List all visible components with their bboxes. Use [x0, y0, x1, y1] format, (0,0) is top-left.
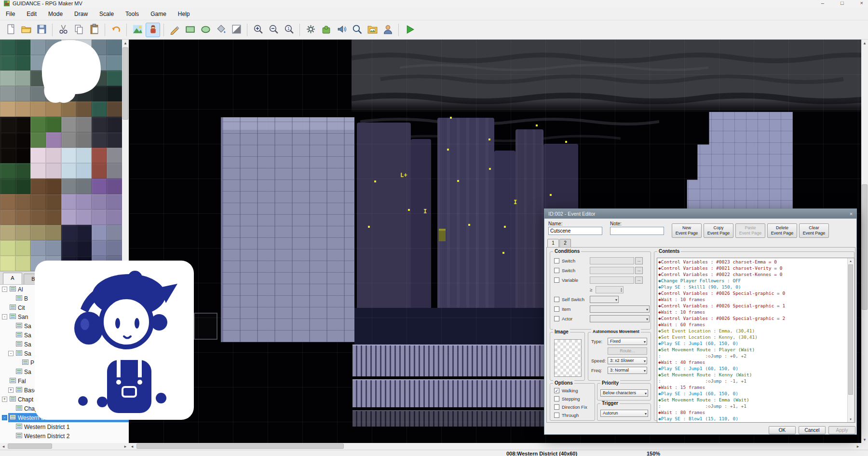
cut-button[interactable]	[56, 23, 70, 37]
event-page-tab-1[interactable]: 1	[547, 239, 559, 248]
palette-tile[interactable]	[61, 194, 77, 209]
variable-checkbox[interactable]	[554, 277, 559, 283]
tree-item-content[interactable]: Western District 2	[14, 431, 129, 441]
event-name-input[interactable]	[548, 227, 602, 235]
scrollbar-thumb[interactable]	[136, 443, 344, 449]
event-command-line[interactable]: ◆Wait : 10 frames	[658, 309, 853, 315]
movement-freq-combo[interactable]: 3: Normal▾	[608, 367, 647, 374]
movement-speed-combo[interactable]: 3: x2 Slower▾	[608, 357, 647, 364]
menu-draw[interactable]: Draw	[68, 9, 94, 19]
canvas-v-scrollbar[interactable]: ▴ ▾	[861, 40, 868, 443]
variable-value-spinner[interactable]: ▴▾	[596, 286, 624, 293]
palette-tile[interactable]	[107, 240, 122, 256]
contents-scrollbar[interactable]: ▴ ▾	[847, 258, 853, 422]
palette-tile[interactable]	[30, 132, 46, 148]
event-page-tab-2[interactable]: 2	[559, 239, 571, 247]
self-switch-combo[interactable]: ▾	[590, 296, 619, 303]
event-image-well[interactable]	[554, 339, 582, 377]
event-command-line[interactable]: ◆Play SE : Skill1 (90, 150, 0)	[658, 284, 853, 290]
spin-down-icon[interactable]: ▾	[621, 290, 622, 292]
event-command-line[interactable]: ◆Play SE : Jump1 (60, 150, 0)	[658, 340, 853, 346]
palette-tab-a[interactable]: A	[3, 273, 22, 284]
minimize-button[interactable]: –	[821, 0, 824, 6]
through-checkbox[interactable]	[554, 413, 559, 418]
event-command-line[interactable]: : :◇Jump : +0, +2	[658, 353, 853, 359]
palette-tile[interactable]	[15, 163, 31, 179]
palette-tile[interactable]	[15, 194, 31, 209]
palette-tile[interactable]	[0, 70, 15, 86]
clear-event-page-button[interactable]: ClearEvent Page	[799, 223, 829, 238]
event-command-line[interactable]: : :◇Jump : -1, +1	[658, 378, 853, 384]
palette-tile[interactable]	[15, 132, 31, 148]
paste-button[interactable]	[87, 23, 101, 37]
palette-tile[interactable]	[107, 163, 122, 179]
event-command-line[interactable]: ◆Control Variables : #0026 Special-graph…	[658, 290, 853, 296]
self-switch-checkbox[interactable]	[554, 297, 559, 302]
close-button[interactable]: ×	[860, 0, 863, 6]
map-mode-button[interactable]	[130, 23, 145, 37]
map-tree-item-western-district-1[interactable]: Western District 1	[0, 422, 129, 431]
palette-tile[interactable]	[61, 132, 77, 148]
palette-tile[interactable]	[0, 179, 15, 194]
palette-tile[interactable]	[0, 132, 15, 148]
event-searcher-button[interactable]	[350, 23, 364, 37]
database-button[interactable]	[303, 23, 318, 37]
scroll-down-icon[interactable]: ▾	[848, 416, 854, 422]
palette-tile[interactable]	[30, 148, 46, 163]
paste-event-page-button[interactable]: PasteEvent Page	[735, 223, 765, 238]
palette-tile[interactable]	[15, 225, 31, 240]
palette-tile[interactable]	[61, 209, 77, 225]
palette-tile[interactable]	[107, 117, 122, 132]
palette-tile[interactable]	[15, 179, 31, 194]
actor-combo[interactable]: ▾	[590, 315, 650, 322]
palette-tile[interactable]	[92, 225, 107, 240]
palette-tile[interactable]	[0, 225, 15, 240]
palette-tile[interactable]	[30, 117, 46, 132]
plugin-manager-button[interactable]	[319, 23, 333, 37]
event-command-line[interactable]: ◆Wait : 40 frames	[658, 359, 853, 365]
event-command-list[interactable]: ◆Control Variables : #0023 charset-Emma …	[657, 258, 854, 423]
palette-tile[interactable]	[15, 101, 31, 117]
palette-tile[interactable]	[0, 256, 15, 271]
palette-tile[interactable]	[15, 240, 31, 256]
palette-tile[interactable]	[30, 194, 46, 209]
palette-tile[interactable]	[107, 132, 122, 148]
palette-tile[interactable]	[92, 209, 107, 225]
menu-edit[interactable]: Edit	[21, 9, 42, 19]
tree-expander-icon[interactable]: -	[2, 287, 7, 292]
event-command-line[interactable]: ◆Wait : 15 frames	[658, 384, 853, 390]
event-command-line[interactable]: : :◇Jump : +1, +1	[658, 403, 853, 409]
movement-type-combo[interactable]: Fixed▾	[608, 338, 647, 345]
scrollbar-thumb[interactable]	[122, 47, 128, 120]
event-command-line[interactable]: ◆Control Variables : #0026 Special-graph…	[658, 315, 853, 321]
palette-tile[interactable]	[0, 117, 15, 132]
palette-tile[interactable]	[107, 40, 122, 55]
palette-tile[interactable]	[76, 209, 92, 225]
palette-tile[interactable]	[0, 194, 15, 209]
palette-tile[interactable]	[46, 179, 61, 194]
scroll-right-icon[interactable]: ▸	[122, 443, 129, 450]
variable-field[interactable]	[590, 276, 634, 284]
palette-tile[interactable]	[76, 132, 92, 148]
flood-fill-button[interactable]	[214, 23, 228, 37]
palette-tile[interactable]	[76, 225, 92, 240]
palette-tile[interactable]	[76, 163, 92, 179]
undo-button[interactable]	[108, 23, 123, 37]
palette-tile[interactable]	[107, 101, 122, 117]
switch-browse-button[interactable]: ...	[635, 257, 643, 264]
event-command-line[interactable]: ◆Change Player Followers : OFF	[658, 277, 853, 284]
new-event-page-button[interactable]: NewEvent Page	[672, 223, 702, 238]
palette-scrollbar[interactable]: ▴ ▾	[122, 40, 129, 271]
palette-tile[interactable]	[46, 132, 61, 148]
zoom-out-button[interactable]	[266, 23, 281, 37]
maximize-button[interactable]: □	[841, 0, 844, 6]
palette-tile[interactable]	[76, 148, 92, 163]
palette-tile[interactable]	[46, 209, 61, 225]
tree-expander-icon[interactable]: -	[2, 314, 7, 319]
palette-tile[interactable]	[107, 179, 122, 194]
pencil-button[interactable]	[167, 23, 182, 37]
palette-tile[interactable]	[46, 194, 61, 209]
switch-field[interactable]	[590, 257, 634, 264]
palette-tile[interactable]	[30, 163, 46, 179]
scroll-up-icon[interactable]: ▴	[861, 40, 868, 46]
